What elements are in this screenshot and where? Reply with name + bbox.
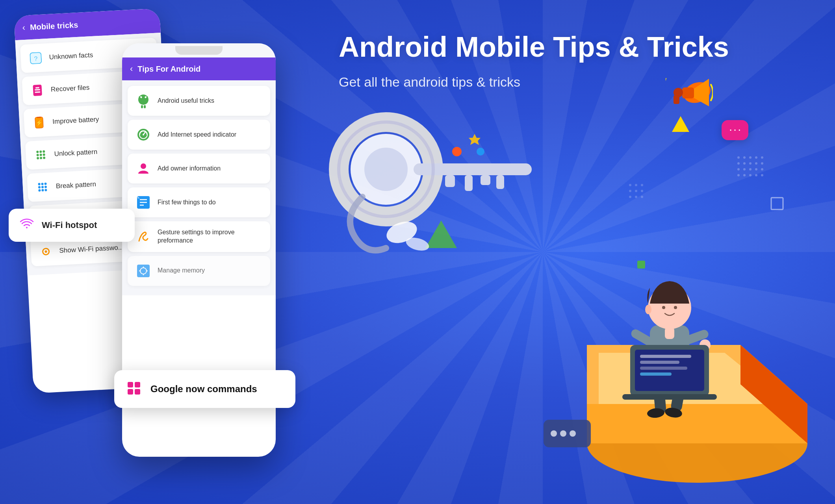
svg-point-23 — [45, 186, 47, 188]
svg-rect-36 — [141, 105, 143, 108]
svg-point-79 — [755, 168, 757, 170]
recover-files-label: Recover files — [51, 84, 90, 94]
svg-point-9 — [36, 151, 39, 153]
svg-rect-58 — [135, 389, 140, 395]
list-item[interactable]: Add Internet speed indicator — [128, 120, 270, 150]
svg-rect-137 — [622, 394, 717, 400]
google-now-icon — [126, 380, 142, 398]
svg-point-30 — [45, 250, 47, 253]
svg-point-111 — [477, 148, 484, 156]
svg-point-119 — [551, 430, 557, 437]
list-item[interactable]: Add owner information — [128, 154, 270, 183]
svg-marker-65 — [672, 116, 689, 132]
svg-rect-64 — [674, 95, 679, 104]
svg-point-69 — [755, 156, 757, 159]
svg-rect-35 — [145, 99, 148, 103]
dots-grid-decoration — [735, 154, 766, 187]
list-item[interactable]: Android useful tricks — [128, 86, 270, 116]
unknown-facts-label: Unknown facts — [49, 51, 93, 61]
break-pattern-label: Break pattern — [56, 180, 96, 190]
svg-point-74 — [755, 162, 757, 165]
megaphone-decoration — [666, 67, 713, 120]
phone-notch — [175, 46, 223, 55]
first-things-icon — [135, 195, 151, 210]
svg-point-68 — [749, 156, 752, 159]
wifi-hotspot-label: Wi-Fi hotspot — [42, 220, 97, 230]
svg-point-19 — [41, 183, 43, 185]
svg-point-72 — [743, 162, 746, 165]
unlock-pattern-label: Unlock pattern — [54, 148, 98, 158]
manage-memory-label: Manage memory — [158, 267, 205, 275]
improve-battery-label: Improve battery — [52, 115, 99, 126]
svg-point-110 — [452, 147, 462, 156]
svg-point-140 — [674, 306, 677, 309]
svg-rect-104 — [481, 175, 490, 185]
svg-point-44 — [141, 163, 146, 169]
svg-point-81 — [737, 174, 740, 176]
svg-rect-136 — [640, 372, 672, 376]
svg-point-17 — [43, 157, 45, 159]
svg-point-25 — [41, 189, 44, 191]
svg-point-78 — [749, 168, 752, 170]
svg-point-75 — [761, 162, 763, 165]
svg-rect-102 — [445, 175, 455, 187]
svg-point-13 — [40, 154, 42, 156]
improve-battery-icon: ⚡ — [32, 115, 46, 130]
svg-point-83 — [749, 174, 752, 176]
svg-point-43 — [143, 134, 144, 135]
owner-info-icon — [135, 161, 151, 176]
svg-rect-103 — [465, 175, 473, 191]
svg-point-85 — [761, 174, 763, 176]
svg-point-20 — [44, 183, 46, 185]
internet-speed-label: Add Internet speed indicator — [158, 131, 236, 139]
svg-rect-57 — [128, 389, 133, 395]
svg-point-88 — [641, 184, 643, 186]
phone-front-title: Tips For Android — [137, 65, 200, 74]
svg-rect-134 — [640, 361, 679, 364]
front-back-arrow-icon[interactable]: ‹ — [130, 64, 133, 74]
svg-point-100 — [364, 148, 408, 191]
svg-point-12 — [37, 154, 39, 156]
svg-rect-105 — [496, 175, 504, 189]
svg-rect-55 — [128, 382, 133, 387]
svg-point-77 — [743, 168, 746, 170]
svg-point-67 — [743, 156, 746, 159]
svg-point-10 — [39, 150, 42, 153]
svg-text:⚡: ⚡ — [35, 119, 43, 126]
svg-point-66 — [737, 156, 740, 159]
list-item[interactable]: First few things to do — [128, 187, 270, 217]
phone-notch-area — [122, 43, 276, 57]
gesture-settings-label: Gesture settings to improve preformance — [158, 228, 262, 245]
phone-front-header: ‹ Tips For Android — [122, 57, 276, 80]
internet-speed-icon — [135, 127, 151, 143]
google-now-label: Google now commands — [150, 384, 257, 395]
svg-rect-135 — [640, 367, 687, 370]
svg-point-139 — [662, 306, 665, 309]
svg-text:?: ? — [34, 55, 38, 62]
svg-rect-37 — [144, 105, 146, 108]
phone-back-title: Mobile tricks — [30, 20, 78, 32]
google-now-card[interactable]: Google now commands — [114, 370, 295, 408]
first-things-label: First few things to do — [158, 198, 216, 207]
phone-front-list: Android useful tricks Add Internet speed… — [122, 80, 276, 295]
svg-point-80 — [761, 168, 763, 170]
svg-point-73 — [749, 162, 752, 165]
owner-info-label: Add owner information — [158, 165, 221, 173]
svg-point-21 — [38, 186, 41, 188]
svg-rect-101 — [414, 163, 532, 175]
main-title: Android Mobile Tips & Tricks — [339, 32, 729, 63]
wifi-icon — [20, 217, 34, 233]
list-item[interactable]: Manage memory — [128, 256, 270, 286]
svg-rect-133 — [640, 355, 691, 358]
svg-point-15 — [37, 157, 39, 159]
chat-bubble-decoration: · · · — [722, 120, 748, 140]
svg-rect-7 — [37, 117, 41, 118]
svg-marker-107 — [425, 220, 457, 248]
svg-rect-49 — [137, 265, 150, 277]
svg-marker-112 — [469, 134, 481, 145]
back-arrow-icon[interactable]: ‹ — [22, 22, 26, 33]
wifi-hotspot-card[interactable]: Wi-Fi hotspot — [9, 209, 135, 242]
break-pattern-icon — [35, 180, 50, 195]
list-item[interactable]: Gesture settings to improve preformance — [128, 221, 270, 252]
svg-marker-60 — [666, 72, 667, 90]
